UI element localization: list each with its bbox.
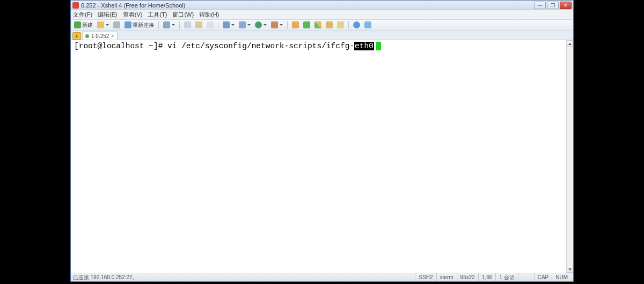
status-connection: 已连接 192.168.0.252:22, (73, 274, 415, 281)
session-tab[interactable]: 1 0.252 × (82, 32, 118, 40)
titlebar: 0.252 - Xshell 4 (Free for Home/School) … (71, 1, 573, 10)
separator (179, 21, 180, 29)
chevron-down-icon (231, 24, 235, 26)
globe-icon (255, 21, 262, 28)
menu-help[interactable]: 帮助(H) (199, 11, 219, 19)
terminal-prompt: [root@localhost ~]# (74, 42, 167, 50)
status-term: xterm (436, 273, 457, 281)
chevron-down-icon (172, 24, 175, 26)
add-tab-button[interactable]: + (72, 32, 81, 40)
terminal-line: [root@localhost ~]# vi /etc/sysconfig/ne… (74, 42, 570, 51)
window-controls: — ❐ ✕ (534, 2, 572, 9)
new-button[interactable]: 新建 (73, 21, 94, 29)
menu-tools[interactable]: 工具(T) (148, 11, 167, 19)
toolbar: 新建 重新连接 (71, 20, 573, 31)
folder-button[interactable] (336, 21, 345, 29)
menu-file[interactable]: 文件(F) (73, 11, 92, 19)
disconnect-icon (113, 21, 120, 28)
scroll-track[interactable] (567, 47, 573, 266)
paste-icon (195, 21, 202, 28)
new-label: 新建 (82, 21, 93, 29)
status-dot-icon (85, 34, 89, 38)
font-icon (223, 21, 230, 28)
menu-edit[interactable]: 编辑(E) (98, 11, 118, 19)
status-pos: 1,66 (478, 273, 495, 281)
copy-icon (184, 21, 191, 28)
app-icon (72, 2, 79, 9)
separator (218, 21, 218, 29)
terminal-command: vi /etc/sysconfig/network-scripts/ifcfg- (167, 42, 354, 50)
chevron-down-icon (264, 24, 267, 26)
menubar: 文件(F) 编辑(E) 查看(V) 工具(T) 窗口(W) 帮助(H) (71, 10, 573, 20)
arrow-down-icon (568, 268, 572, 271)
tab-label: 1 0.252 (91, 33, 109, 39)
separator (287, 21, 288, 29)
copy-button[interactable] (183, 21, 192, 29)
grid-button[interactable] (313, 21, 323, 29)
status-protocol: SSH2 (415, 273, 436, 281)
status-cap: CAP (534, 273, 552, 281)
check-icon (303, 21, 310, 28)
chevron-down-icon (247, 24, 251, 26)
status-session: 1 会话 (495, 273, 517, 281)
chat-button[interactable] (363, 21, 372, 29)
grid-icon (314, 21, 321, 28)
menu-view[interactable]: 查看(V) (123, 11, 143, 19)
color-button[interactable] (238, 21, 252, 29)
minimize-button[interactable]: — (534, 2, 546, 9)
users-button[interactable] (270, 21, 284, 29)
search-icon (207, 21, 214, 28)
check-button[interactable] (302, 21, 311, 29)
folder-icon (337, 21, 344, 28)
close-button[interactable]: ✕ (560, 2, 572, 9)
reconnect-label: 重新连接 (133, 21, 154, 29)
vertical-scrollbar[interactable] (566, 40, 573, 273)
statusbar: 已连接 192.168.0.252:22, SSH2 xterm 95x22 1… (71, 273, 573, 281)
status-num: NUM (552, 273, 571, 281)
menu-window[interactable]: 窗口(W) (172, 11, 194, 19)
scroll-down-button[interactable] (567, 266, 573, 273)
lock-button[interactable] (325, 21, 334, 29)
font-button[interactable] (222, 21, 236, 29)
properties-icon (163, 21, 170, 28)
script-button[interactable] (291, 21, 300, 29)
terminal-highlight: eth0 (354, 42, 374, 50)
find-button[interactable] (206, 21, 215, 29)
globe-button[interactable] (254, 21, 268, 29)
folder-open-icon (97, 21, 104, 28)
help-icon (353, 21, 360, 28)
color-icon (239, 21, 246, 28)
script-icon (292, 21, 299, 28)
open-button[interactable] (96, 21, 110, 29)
terminal[interactable]: [root@localhost ~]# vi /etc/sysconfig/ne… (71, 40, 573, 273)
properties-button[interactable] (162, 21, 176, 29)
lock-icon (326, 21, 333, 28)
window-title: 0.252 - Xshell 4 (Free for Home/School) (81, 2, 534, 9)
separator (348, 21, 349, 29)
separator (158, 21, 159, 29)
users-icon (271, 21, 278, 28)
tab-close-icon[interactable]: × (111, 33, 114, 39)
disconnect-button[interactable] (112, 21, 121, 29)
chat-icon (364, 21, 371, 28)
reconnect-icon (125, 21, 131, 28)
paste-button[interactable] (194, 21, 203, 29)
terminal-cursor (376, 42, 381, 50)
maximize-button[interactable]: ❐ (547, 2, 559, 9)
chevron-down-icon (106, 24, 109, 26)
status-size: 95x22 (457, 273, 478, 281)
reconnect-button[interactable]: 重新连接 (123, 21, 155, 29)
help-button[interactable] (352, 21, 361, 29)
scroll-up-button[interactable] (567, 40, 573, 47)
tabbar: + 1 0.252 × (71, 31, 573, 40)
app-window: 0.252 - Xshell 4 (Free for Home/School) … (70, 0, 574, 282)
new-icon (74, 21, 81, 28)
arrow-up-icon (568, 43, 572, 45)
chevron-down-icon (280, 24, 283, 26)
